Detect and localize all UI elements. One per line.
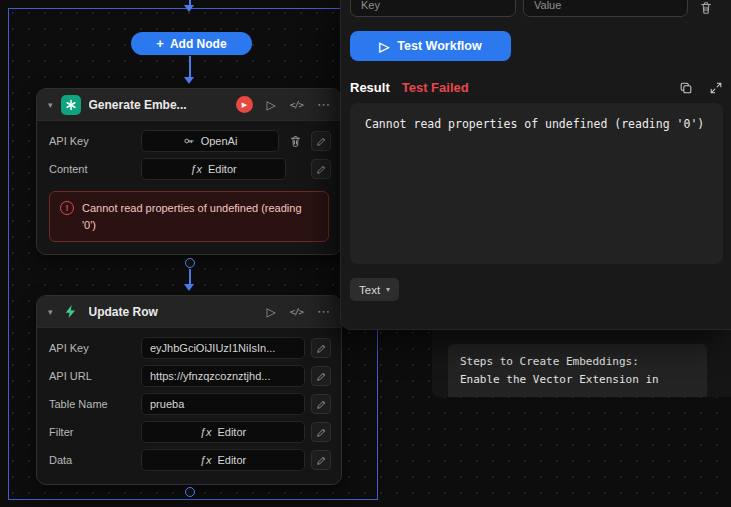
field-label: Table Name [49,398,135,410]
data-editor-field[interactable]: ƒx Editor [141,449,305,471]
test-workflow-label: Test Workflow [397,39,481,53]
code-line: Steps to Create Embeddings: [460,353,695,371]
field-row-api-url: API URL https://yfnzqzcoznztjhd... [37,362,341,390]
field-label: Filter [49,426,135,438]
edge-arrow-1 [184,77,194,84]
node-generate-embeddings[interactable]: ▾ Generate Embe... ▶ ▷ </> ⋯ API Key Ope… [36,88,342,255]
content-editor-field[interactable]: ƒx Editor [141,158,286,180]
node-header: ▾ Generate Embe... ▶ ▷ </> ⋯ [37,89,341,121]
run-node-icon[interactable]: ▷ [267,305,276,319]
node-body: API Key eyJhbGciOiJIUzI1NiIsIn... API UR… [37,328,341,484]
test-panel: ▷ Test Workflow Result Test Failed Canno… [340,0,731,330]
error-text: Cannot read properties of undefined (rea… [82,200,318,233]
edit-pencil-icon[interactable] [311,338,331,358]
run-node-icon[interactable]: ▷ [267,98,276,112]
key-icon [183,135,195,147]
edit-pencil-icon[interactable] [311,394,331,414]
output-format-select[interactable]: Text ▾ [350,278,399,301]
api-key-field[interactable]: OpenAi [141,130,279,152]
value-input[interactable] [523,0,688,17]
edge-arrow-2 [184,284,194,291]
function-icon: ƒx [200,454,212,466]
field-row-api-key: API Key OpenAi [37,127,341,155]
edit-pencil-icon[interactable] [311,131,331,151]
node-header: ▾ Update Row ▷ </> ⋯ [37,296,341,328]
node-error-message: ! Cannot read properties of undefined (r… [49,191,329,242]
edit-pencil-icon[interactable] [311,450,331,470]
result-label: Result [350,80,390,95]
edit-pencil-icon[interactable] [311,422,331,442]
background-code-block: Steps to Create Embeddings: Enable the V… [448,344,707,397]
trash-icon[interactable] [699,1,713,15]
error-run-indicator-icon[interactable]: ▶ [236,96,253,113]
table-name-field[interactable]: prueba [141,393,305,415]
function-icon: ƒx [200,426,212,438]
field-row-content: Content ƒx Editor [37,155,341,183]
node-body: API Key OpenAi Content ƒx Editor [37,121,341,254]
field-row-filter: Filter ƒx Editor [37,418,341,446]
chevron-down-icon: ▾ [386,285,390,294]
field-row-data: Data ƒx Editor [37,446,341,474]
edge-arrow-top [184,5,194,12]
api-url-field[interactable]: https://yfnzqzcoznztjhd... [141,365,305,387]
plus-icon: + [156,37,164,50]
code-line: Enable the Vector Extension in [460,371,695,389]
result-status-badge: Test Failed [402,80,469,95]
background-node-output: Steps to Create Embeddings: Enable the V… [432,330,731,397]
trash-icon[interactable] [285,131,305,151]
copy-icon[interactable] [679,81,693,95]
add-node-label: Add Node [170,37,227,51]
expand-icon[interactable] [709,81,723,95]
api-key-field[interactable]: eyJhbGciOiJIUzI1NiIsIn... [141,337,305,359]
add-node-button[interactable]: + Add Node [131,32,252,55]
workflow-canvas[interactable]: + Add Node ▾ Generate Embe... ▶ ▷ </> ⋯ … [0,0,731,507]
node-title: Generate Embe... [89,98,228,112]
output-port[interactable] [185,258,195,268]
output-port[interactable] [185,487,195,497]
play-icon: ▷ [379,40,389,53]
node-update-row[interactable]: ▾ Update Row ▷ </> ⋯ API Key eyJhbGciOiJ… [36,295,342,485]
field-label: Data [49,454,135,466]
openai-icon [61,95,81,115]
filter-editor-field[interactable]: ƒx Editor [141,421,305,443]
field-label: API Key [49,342,135,354]
field-row-api-key: API Key eyJhbGciOiJIUzI1NiIsIn... [37,334,341,362]
chevron-down-icon[interactable]: ▾ [48,307,53,317]
more-icon[interactable]: ⋯ [317,304,330,319]
field-label: Content [49,163,135,175]
chevron-down-icon[interactable]: ▾ [48,100,53,110]
more-icon[interactable]: ⋯ [317,97,330,112]
edit-pencil-icon[interactable] [311,366,331,386]
field-label: API Key [49,135,135,147]
result-header: Result Test Failed [350,80,723,95]
edge-line-2 [189,269,191,284]
key-input[interactable] [350,0,516,17]
code-icon[interactable]: </> [290,307,303,317]
field-label: API URL [49,370,135,382]
code-icon[interactable]: </> [290,100,303,110]
result-output[interactable]: Cannot read properties of undefined (rea… [350,103,723,264]
field-row-table-name: Table Name prueba [37,390,341,418]
node-title: Update Row [89,305,253,319]
error-icon: ! [60,201,74,215]
edge-line-1 [189,56,191,77]
function-icon: ƒx [190,163,202,175]
edit-pencil-icon[interactable] [311,159,331,179]
supabase-icon [61,302,81,322]
test-workflow-button[interactable]: ▷ Test Workflow [350,31,511,61]
